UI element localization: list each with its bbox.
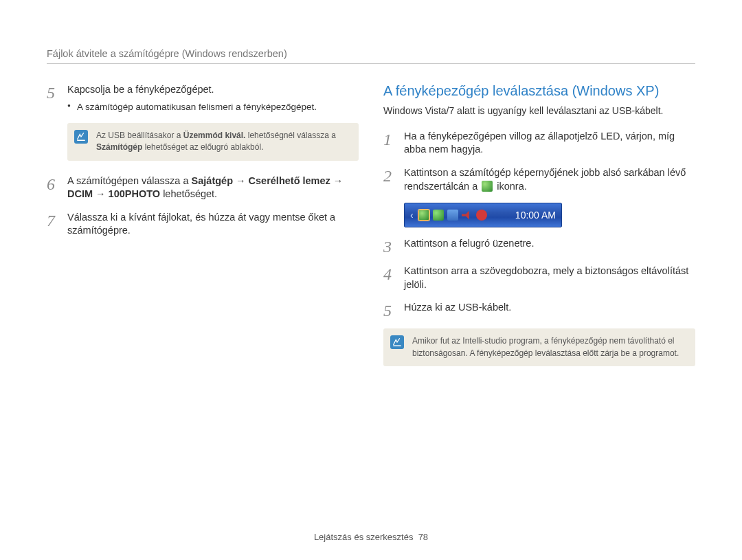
- note-text: Amikor fut az Intelli-studio program, a …: [412, 336, 679, 357]
- step-body: Kapcsolja be a fényképezőgépet. A számít…: [67, 83, 317, 113]
- section-subtitle: Windows Vista/7 alatt is ugyanígy kell l…: [383, 104, 695, 117]
- content-columns: 5 Kapcsolja be a fényképezőgépet. A szám…: [47, 83, 695, 380]
- step-text-post: lehetőséget.: [160, 188, 217, 199]
- note-text-pre: Az USB beállításakor a: [96, 131, 183, 140]
- step-number: 3: [383, 237, 396, 255]
- section-title: A fényképezőgép leválasztása (Windows XP…: [383, 83, 695, 99]
- note-text-bold2: Számítógép: [96, 142, 142, 152]
- step-text: Válassza ki a kívánt fájlokat, és húzza …: [67, 212, 335, 236]
- step-text-post: ikonra.: [494, 181, 527, 192]
- note-icon: [74, 130, 88, 144]
- right-column: A fényképezőgép leválasztása (Windows XP…: [383, 83, 695, 380]
- tray-antivirus-icon: [476, 210, 487, 221]
- step-body: A számítógépen válassza a Sajátgép → Cse…: [67, 175, 359, 201]
- step-text: Ha a fényképezőgépen villog az állapotje…: [404, 130, 695, 157]
- tray-usb-icon: [418, 210, 429, 221]
- step-text: Kapcsolja be a fényképezőgépet.: [67, 84, 214, 95]
- right-step-5: 5 Húzza ki az USB-kábelt.: [383, 301, 695, 319]
- note-intelli-studio: Amikor fut az Intelli-studio program, a …: [383, 328, 695, 366]
- step-number: 7: [47, 211, 59, 238]
- tray-shield-icon: [433, 210, 444, 221]
- page-header: Fájlok átvitele a számítógépre (Windows …: [47, 48, 695, 64]
- step-text-pre: Kattintson a számítógép képernyőjének jo…: [404, 167, 686, 192]
- taskbar-clock: 10:00 AM: [515, 210, 556, 221]
- step-subtext: A számítógép automatikusan felismeri a f…: [67, 101, 317, 113]
- tray-volume-icon: [462, 210, 473, 221]
- step-body: Kattintson a számítógép képernyőjének jo…: [404, 166, 695, 193]
- step-body: Válassza ki a kívánt fájlokat, és húzza …: [67, 211, 359, 238]
- step-text: Kattintson a felugró üzenetre.: [404, 237, 534, 255]
- right-step-4: 4 Kattintson arra a szövegdobozra, mely …: [383, 265, 695, 291]
- step-text: Húzza ki az USB-kábelt.: [404, 301, 511, 319]
- step-text: Kattintson arra a szövegdobozra, mely a …: [404, 265, 695, 291]
- right-step-2: 2 Kattintson a számítógép képernyőjének …: [383, 166, 695, 193]
- step-number: 6: [47, 175, 59, 201]
- left-step-6: 6 A számítógépen válassza a Sajátgép → C…: [47, 175, 359, 201]
- left-step-7: 7 Válassza ki a kívánt fájlokat, és húzz…: [47, 211, 359, 238]
- note-text-mid: lehetőségnél válassza a: [245, 131, 335, 140]
- footer-section: Lejátszás és szerkesztés: [314, 532, 414, 542]
- note-text-post: lehetőséget az előugró ablakból.: [142, 142, 263, 152]
- tray-network-icon: [447, 210, 458, 221]
- step-number: 2: [383, 166, 396, 193]
- step-number: 4: [383, 265, 396, 291]
- left-step-5: 5 Kapcsolja be a fényképezőgépet. A szám…: [47, 83, 359, 113]
- left-column: 5 Kapcsolja be a fényképezőgépet. A szám…: [47, 83, 359, 380]
- tray-expand-icon: ‹: [410, 210, 414, 221]
- right-step-3: 3 Kattintson a felugró üzenetre.: [383, 237, 695, 255]
- note-icon: [390, 335, 404, 349]
- step-text-pre: A számítógépen válassza a: [67, 175, 192, 186]
- page-footer: Lejátszás és szerkesztés 78: [0, 532, 742, 542]
- safely-remove-icon: [482, 181, 493, 192]
- footer-page: 78: [418, 532, 428, 542]
- step-number: 5: [383, 301, 396, 319]
- step-number: 1: [383, 130, 396, 157]
- note-text-bold1: Üzemmód kivál.: [183, 131, 246, 140]
- note-usb-mode: Az USB beállításakor a Üzemmód kivál. le…: [67, 123, 359, 161]
- right-step-1: 1 Ha a fényképezőgépen villog az állapot…: [383, 130, 695, 157]
- taskbar-image: ‹ 10:00 AM: [404, 203, 562, 227]
- step-number: 5: [47, 83, 59, 113]
